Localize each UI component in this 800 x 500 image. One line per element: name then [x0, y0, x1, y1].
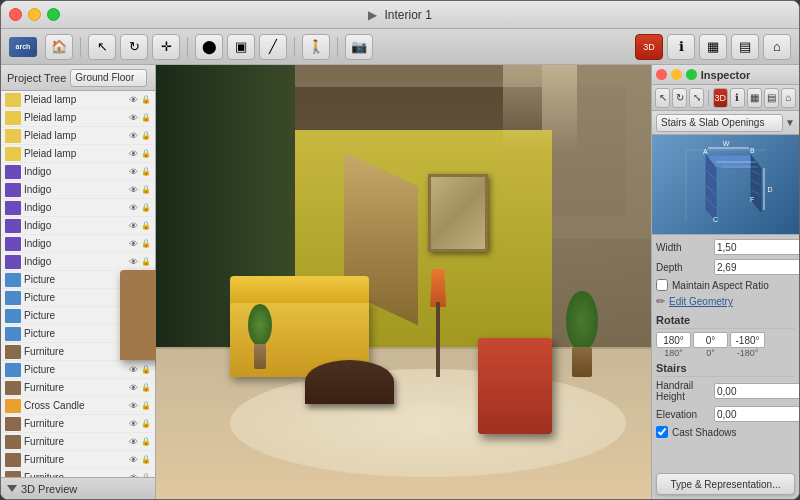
item-icon	[5, 327, 21, 341]
tree-item[interactable]: Picture👁🔒	[1, 361, 155, 379]
tree-item[interactable]: Pleiad lamp👁🔒	[1, 145, 155, 163]
width-input[interactable]	[714, 239, 799, 255]
toolbar-btn-view1[interactable]: ▦	[699, 34, 727, 60]
eye-icon[interactable]: 👁	[129, 239, 141, 249]
eye-icon[interactable]: 👁	[129, 203, 141, 213]
eye-icon[interactable]: 👁	[129, 365, 141, 375]
maximize-button[interactable]	[47, 8, 60, 21]
lock-icon[interactable]: 🔒	[141, 95, 151, 105]
dropdown-arrow[interactable]: ▼	[785, 117, 795, 128]
eye-icon[interactable]: 👁	[129, 257, 141, 267]
lock-icon[interactable]: 🔒	[141, 203, 151, 213]
lock-icon[interactable]: 🔒	[141, 149, 151, 159]
maintain-aspect-checkbox[interactable]	[656, 279, 668, 291]
rotate-input-neg180[interactable]	[730, 332, 765, 348]
lock-icon[interactable]: 🔒	[141, 419, 151, 429]
eye-icon[interactable]: 👁	[129, 131, 141, 141]
toolbar-btn-line[interactable]: ╱	[259, 34, 287, 60]
toolbar-btn-rotate[interactable]: ↻	[120, 34, 148, 60]
tree-item[interactable]: Furniture👁🔒	[1, 433, 155, 451]
eye-icon[interactable]: 👁	[129, 167, 141, 177]
lock-icon[interactable]: 🔒	[141, 455, 151, 465]
tree-item[interactable]: Indigo👁🔒	[1, 217, 155, 235]
wall-mirror	[428, 174, 487, 252]
item-icon	[5, 435, 21, 449]
insp-tool-info[interactable]: ℹ	[730, 88, 745, 108]
eye-icon[interactable]: 👁	[129, 437, 141, 447]
insp-tool-house[interactable]: ⌂	[781, 88, 796, 108]
rotate-input-180[interactable]	[656, 332, 691, 348]
toolbar-btn-move[interactable]: ✛	[152, 34, 180, 60]
cast-shadows-checkbox[interactable]	[656, 426, 668, 438]
lock-icon[interactable]: 🔒	[141, 185, 151, 195]
eye-icon[interactable]: 👁	[129, 185, 141, 195]
insp-tool-3d[interactable]: 3D	[713, 88, 728, 108]
inspector-max-btn[interactable]	[686, 69, 697, 80]
toolbar-btn-3d[interactable]: 3D	[635, 34, 663, 60]
eye-icon[interactable]: 👁	[129, 95, 141, 105]
eye-icon[interactable]: 👁	[129, 383, 141, 393]
toolbar-btn-camera[interactable]: 📷	[345, 34, 373, 60]
viewport[interactable]	[156, 65, 651, 499]
tree-item[interactable]: Indigo👁🔒	[1, 163, 155, 181]
floor-dropdown[interactable]: Ground Floor	[70, 69, 147, 87]
tree-item[interactable]: Furniture👁🔒	[1, 469, 155, 477]
tree-item[interactable]: Indigo👁🔒	[1, 181, 155, 199]
toolbar-btn-walk[interactable]: 🚶	[302, 34, 330, 60]
toolbar-btn-view2[interactable]: ▤	[731, 34, 759, 60]
eye-icon[interactable]: 👁	[129, 149, 141, 159]
insp-tool-scale[interactable]: ⤡	[689, 88, 704, 108]
tree-item[interactable]: Indigo👁🔒	[1, 235, 155, 253]
lock-icon[interactable]: 🔒	[141, 221, 151, 231]
lock-icon[interactable]: 🔒	[141, 383, 151, 393]
lock-icon[interactable]: 🔒	[141, 239, 151, 249]
tree-list[interactable]: Pleiad lamp👁🔒 Pleiad lamp👁🔒 Pleiad lamp👁…	[1, 91, 155, 477]
toolbar-btn-select[interactable]: ↖	[88, 34, 116, 60]
toolbar-btn-info[interactable]: ℹ	[667, 34, 695, 60]
tree-item[interactable]: Indigo👁🔒	[1, 199, 155, 217]
edit-geometry-label[interactable]: Edit Geometry	[669, 296, 733, 307]
lock-icon[interactable]: 🔒	[141, 437, 151, 447]
insp-tool-rotate[interactable]: ↻	[672, 88, 687, 108]
inspector-type-dropdown[interactable]: Stairs & Slab Openings	[656, 114, 783, 132]
toolbar-btn-home[interactable]: 🏠	[45, 34, 73, 60]
lock-icon[interactable]: 🔒	[141, 257, 151, 267]
tree-item[interactable]: Indigo👁🔒	[1, 253, 155, 271]
toolbar-btn-circle[interactable]: ⬤	[195, 34, 223, 60]
eye-icon[interactable]: 👁	[129, 419, 141, 429]
lock-icon[interactable]: 🔒	[141, 167, 151, 177]
depth-input[interactable]	[714, 259, 799, 275]
tree-item[interactable]: Furniture👁🔒	[1, 379, 155, 397]
inspector-min-btn[interactable]	[671, 69, 682, 80]
toolbar-btn-house[interactable]: ⌂	[763, 34, 791, 60]
close-button[interactable]	[9, 8, 22, 21]
tree-item[interactable]: Furniture👁🔒	[1, 451, 155, 469]
tree-item[interactable]: Pleiad lamp👁🔒	[1, 91, 155, 109]
toolbar-sep-4	[337, 37, 338, 57]
eye-icon[interactable]: 👁	[129, 221, 141, 231]
inspector-close-btn[interactable]	[656, 69, 667, 80]
chair	[478, 338, 552, 433]
lock-icon[interactable]: 🔒	[141, 365, 151, 375]
minimize-button[interactable]	[28, 8, 41, 21]
eye-icon[interactable]: 👁	[129, 401, 141, 411]
lock-icon[interactable]: 🔒	[141, 131, 151, 141]
tree-item[interactable]: Pleiad lamp👁🔒	[1, 109, 155, 127]
eye-icon[interactable]: 👁	[129, 113, 141, 123]
rotate-input-0[interactable]	[693, 332, 728, 348]
elevation-input[interactable]	[714, 406, 799, 422]
insp-tool-list[interactable]: ▤	[764, 88, 779, 108]
type-rep-button[interactable]: Type & Representation...	[656, 473, 795, 495]
3d-preview-bar[interactable]: 3D Preview	[1, 477, 155, 499]
eye-icon[interactable]: 👁	[129, 455, 141, 465]
lock-icon[interactable]: 🔒	[141, 401, 151, 411]
tree-item[interactable]: Furniture👁🔒	[1, 415, 155, 433]
insp-tool-grid[interactable]: ▦	[747, 88, 762, 108]
tree-item[interactable]: Cross Candle👁🔒	[1, 397, 155, 415]
tree-item[interactable]: Pleiad lamp👁🔒	[1, 127, 155, 145]
edit-geometry-btn[interactable]: ✏ Edit Geometry	[656, 295, 795, 308]
lock-icon[interactable]: 🔒	[141, 113, 151, 123]
insp-tool-move[interactable]: ↖	[655, 88, 670, 108]
toolbar-btn-square[interactable]: ▣	[227, 34, 255, 60]
handrail-input[interactable]	[714, 383, 799, 399]
